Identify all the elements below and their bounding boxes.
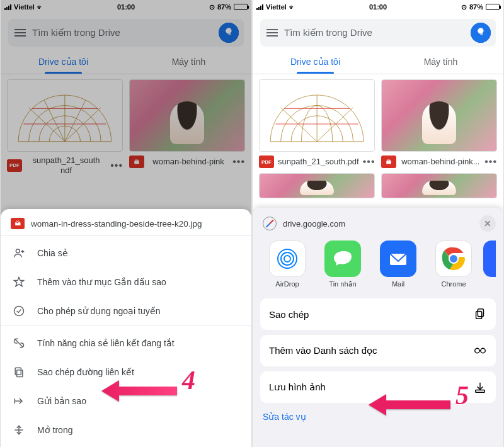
svg-rect-14 <box>17 370 23 377</box>
share-source-domain: drive.google.com <box>283 219 473 229</box>
search-placeholder: Tìm kiếm trong Drive <box>284 27 464 38</box>
action-add-star[interactable]: Thêm vào thư mục Gắn dấu sao <box>1 268 251 297</box>
status-bar: Viettel ᯤ 01:00 ⊙ 87% <box>253 0 503 14</box>
battery-pct: 87% <box>469 3 483 11</box>
file-card[interactable]: 🏔 woman-behind-pink ••• <box>129 79 245 175</box>
svg-line-7 <box>65 100 86 142</box>
person-add-icon <box>12 247 26 259</box>
svg-line-5 <box>65 107 101 141</box>
svg-marker-38 <box>369 394 450 416</box>
share-app-mail[interactable]: Mail <box>372 240 424 288</box>
file-thumbnail <box>259 173 375 198</box>
share-action-reading-list[interactable]: Thêm vào Danh sách đọc <box>260 335 496 366</box>
tab-my-drive[interactable]: Drive của tôi <box>1 49 126 74</box>
svg-line-4 <box>29 107 65 141</box>
share-app-row[interactable]: AirDrop Tin nhắn Mail <box>260 240 496 288</box>
carrier-label: Viettel <box>14 3 35 11</box>
tab-my-drive[interactable]: Drive của tôi <box>253 49 378 74</box>
battery-pct: 87% <box>217 3 231 11</box>
battery-icon <box>234 4 248 10</box>
clock: 01:00 <box>117 3 135 11</box>
more-icon[interactable]: ••• <box>484 156 497 167</box>
svg-rect-33 <box>476 311 482 319</box>
menu-icon[interactable] <box>14 29 26 37</box>
sheet-title: woman-in-dress-standing-beside-tree-k20.… <box>31 219 202 229</box>
file-actions-sheet: 🏔 woman-in-dress-standing-beside-tree-k2… <box>1 209 251 447</box>
file-card[interactable]: PDF sunpath_21_south ndf ••• <box>7 79 123 175</box>
file-grid: PDF sunpath_21_south ndf ••• 🏔 woman-beh… <box>1 74 251 180</box>
chrome-icon <box>435 240 472 277</box>
more-icon[interactable]: ••• <box>110 160 123 171</box>
action-open-in[interactable]: Mở trong <box>1 416 251 444</box>
annotation-arrow-4: 4 <box>101 375 183 409</box>
pdf-icon: PDF <box>259 156 274 168</box>
file-thumbnail <box>381 79 497 152</box>
svg-point-34 <box>475 348 479 353</box>
file-name: sunpath_21_south ndf <box>26 156 106 175</box>
svg-point-35 <box>481 348 485 353</box>
signal-icon <box>4 4 11 10</box>
signal-icon <box>256 4 263 10</box>
account-avatar[interactable]: ✎ <box>471 23 491 43</box>
glasses-icon <box>473 344 487 358</box>
svg-rect-15 <box>15 368 21 375</box>
svg-line-6 <box>44 100 65 142</box>
file-thumbnail <box>129 79 245 152</box>
image-icon: 🏔 <box>11 218 25 229</box>
account-avatar[interactable]: ✎ <box>219 23 239 43</box>
share-app-more[interactable] <box>483 240 496 288</box>
link-off-icon <box>12 337 26 349</box>
image-icon: 🏔 <box>129 156 144 168</box>
more-icon[interactable]: ••• <box>232 156 245 167</box>
tab-computers[interactable]: Máy tính <box>126 49 251 74</box>
file-thumbnail <box>7 79 123 152</box>
tab-computers[interactable]: Máy tính <box>378 49 503 74</box>
airdrop-icon <box>269 240 306 277</box>
file-grid: PDF sunpath_21_south.pdf ••• 🏔 woman-beh… <box>253 74 503 173</box>
menu-icon[interactable] <box>266 29 278 37</box>
share-app-chrome[interactable]: Chrome <box>428 240 479 288</box>
drive-tabs: Drive của tôi Máy tính <box>1 49 251 74</box>
app-icon <box>483 240 496 277</box>
drive-tabs: Drive của tôi Máy tính <box>253 49 503 74</box>
svg-point-8 <box>16 249 20 253</box>
battery-icon <box>486 4 500 10</box>
share-app-airdrop[interactable]: AirDrop <box>261 240 313 288</box>
file-thumbnail <box>381 173 497 198</box>
action-link-sharing-off[interactable]: Tính năng chia sẻ liên kết đang tắt <box>1 329 251 358</box>
file-name: woman-behind-pink... <box>400 157 481 167</box>
file-card[interactable]: 🏔 woman-behind-pink... ••• <box>381 79 497 168</box>
search-bar[interactable]: Tìm kiếm trong Drive ✎ <box>8 19 244 47</box>
safari-icon <box>263 217 277 230</box>
more-icon[interactable]: ••• <box>363 156 375 167</box>
file-name: sunpath_21_south.pdf <box>278 157 359 167</box>
svg-line-23 <box>281 107 317 141</box>
share-action-copy[interactable]: Sao chép <box>260 298 496 330</box>
clock: 01:00 <box>369 3 387 11</box>
file-card[interactable]: PDF sunpath_21_south.pdf ••• <box>259 79 375 168</box>
alarm-icon: ⊙ <box>209 3 215 11</box>
messages-icon <box>324 240 361 277</box>
download-icon <box>473 380 487 394</box>
wifi-icon: ᯤ <box>289 4 295 11</box>
wifi-icon: ᯤ <box>37 4 43 11</box>
pdf-icon: PDF <box>7 159 22 172</box>
action-offline[interactable]: Cho phép sử dụng ngoại tuyến <box>1 297 251 325</box>
annotation-arrow-5: 5 <box>369 389 457 423</box>
share-app-messages[interactable]: Tin nhắn <box>317 240 369 288</box>
send-icon <box>12 395 26 407</box>
svg-point-26 <box>281 252 294 265</box>
star-icon <box>12 276 26 288</box>
open-in-icon <box>12 424 26 436</box>
search-bar[interactable]: Tìm kiếm trong Drive ✎ <box>260 19 496 47</box>
file-name: woman-behind-pink <box>148 157 229 167</box>
svg-point-12 <box>14 307 24 316</box>
file-thumbnail <box>259 79 375 152</box>
search-placeholder: Tìm kiếm trong Drive <box>32 27 212 38</box>
file-grid-row2 <box>253 173 503 203</box>
action-share[interactable]: Chia sẻ <box>1 239 251 268</box>
mail-icon <box>380 240 416 277</box>
image-icon: 🏔 <box>381 156 396 168</box>
close-button[interactable]: ✕ <box>479 215 496 232</box>
svg-marker-18 <box>101 380 177 402</box>
